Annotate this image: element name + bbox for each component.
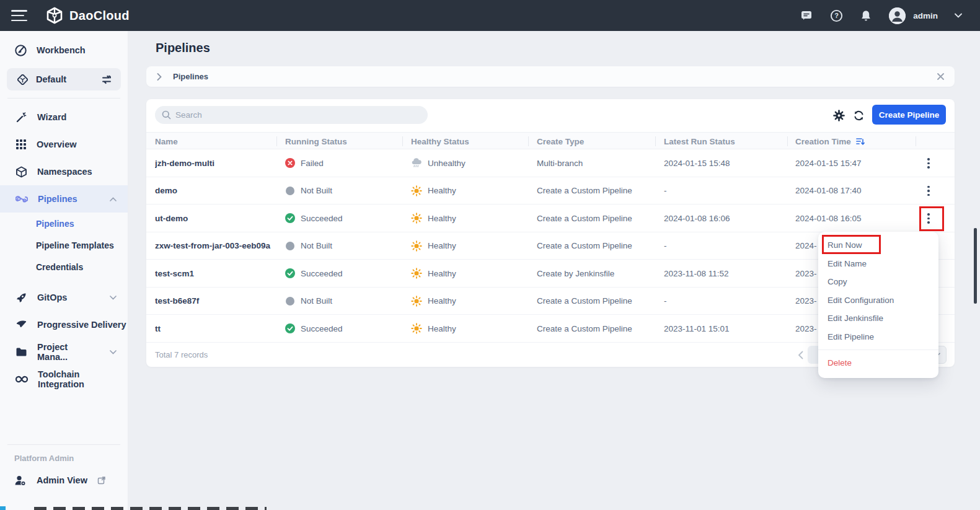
failed-icon [285,158,295,168]
pipeline-name-cell[interactable]: test-scm1 [155,260,276,288]
create-type-cell: Multi-branch [537,149,660,177]
chevron-down-icon[interactable] [110,350,117,354]
create-type-cell: Create a Custom Pipeline [537,288,660,315]
pipeline-name-cell[interactable]: jzh-demo-multi [155,149,276,177]
latest-run-status-cell: - [664,232,791,260]
menu-item-delete[interactable]: Delete [818,354,938,372]
column-header-name: Name [155,133,178,150]
sort-descending-icon[interactable] [856,138,865,146]
creation-time-cell: 2024-01-15 15:47 [795,149,910,177]
vertical-scrollbar-thumb[interactable] [974,228,977,304]
succeeded-icon [285,268,295,278]
pipeline-name-cell[interactable]: ut-demo [155,204,276,232]
sidebar-workbench[interactable]: Workbench [0,36,128,64]
user-menu-chevron-down-icon[interactable] [954,9,963,22]
chevron-down-icon[interactable] [110,296,117,300]
sidebar-item-progressive-delivery[interactable]: Progressive Delivery [0,311,128,338]
sidebar-item-pipelines[interactable]: Pipelines [0,185,128,213]
screen: DaoCloud ? admin Work [0,0,980,510]
create-type-cell: Create a Custom Pipeline [537,177,660,205]
sun-healthy-icon [411,323,422,334]
create-type-cell: Create a Custom Pipeline [537,232,660,260]
sidebar-item-admin-view[interactable]: Admin View [0,467,128,494]
sidebar-subitem-credentials[interactable]: Credentials [0,256,128,278]
total-records-label: Total 7 records [155,350,208,359]
pipeline-name-cell[interactable]: demo [155,177,276,205]
menu-item-edit-name[interactable]: Edit Name [818,255,938,273]
breadcrumb-item[interactable]: Pipelines [173,72,208,81]
latest-run-status-cell: - [664,288,791,315]
workspace-selector[interactable]: Default [7,68,121,90]
search-box [155,106,428,124]
latest-run-status-cell: - [664,177,791,205]
row-actions-kebab-icon[interactable] [919,177,938,205]
chat-icon[interactable] [800,9,813,22]
sidebar-item-label: Overview [37,139,77,149]
row-actions-kebab-icon[interactable] [919,149,938,177]
sidebar-subitem-pipeline-templates[interactable]: Pipeline Templates [0,234,128,256]
hamburger-menu-icon[interactable] [11,10,27,21]
admin-view-label: Admin View [37,475,87,485]
search-icon [162,110,171,120]
menu-item-copy[interactable]: Copy [818,273,938,291]
help-icon[interactable]: ? [829,9,843,22]
sidebar-divider [7,98,120,99]
brand-name: DaoCloud [69,9,130,23]
gitops-rocket-icon [15,292,27,304]
pipeline-name-cell[interactable]: tt [155,315,276,343]
settings-gear-icon[interactable] [832,108,845,122]
rain-cloud-unhealthy-icon [411,158,422,168]
sidebar-item-label: Project Mana... [37,342,100,362]
sidebar-item-label: Wizard [37,112,66,122]
menu-divider [818,350,938,350]
wizard-icon [15,112,27,123]
brand-logo: DaoCloud [46,7,130,24]
workspace-switch-icon[interactable] [101,75,112,84]
sidebar-subitem-label: Pipeline Templates [36,240,114,250]
infinity-icon [15,376,28,383]
menu-item-run-now[interactable]: Run Now [818,236,938,255]
menu-item-edit-pipeline[interactable]: Edit Pipeline [818,328,938,346]
sidebar-item-label: Namespaces [37,167,92,177]
sun-healthy-icon [411,268,422,279]
sidebar: Workbench Default Wizard Overview [0,31,128,510]
latest-run-status-cell: 2024-01-15 15:48 [664,149,791,177]
column-header-create-type: Create Type [537,133,584,150]
search-input[interactable] [175,110,411,120]
sidebar-item-gitops[interactable]: GitOps [0,284,128,311]
sidebar-item-toolchain-integration[interactable]: Toolchain Integration [0,366,128,393]
row-actions-kebab-icon[interactable] [919,204,938,232]
pipeline-name-cell[interactable]: test-b6e87f [155,288,276,315]
menu-item-edit-jenkinsfile[interactable]: Edit Jenkinsfile [818,309,938,328]
workbench-label: Workbench [37,45,86,55]
sidebar-item-wizard[interactable]: Wizard [0,103,128,131]
breadcrumb-close-icon[interactable] [937,73,945,81]
sidebar-item-label: Pipelines [38,194,77,204]
running-status-cell: Succeeded [285,315,406,343]
sidebar-item-project-management[interactable]: Project Mana... [0,338,128,366]
chevron-up-icon[interactable] [110,197,117,201]
running-status-cell: Not Built [285,288,406,315]
healthy-status-cell: Unhealthy [411,149,532,177]
sidebar-item-namespaces[interactable]: Namespaces [0,158,128,185]
sun-healthy-icon [411,240,422,252]
row-actions-context-menu: Run Now Edit Name Copy Edit Configuratio… [818,232,938,378]
user-avatar[interactable] [889,7,906,24]
sidebar-item-overview[interactable]: Overview [0,131,128,158]
folder-icon [15,347,27,357]
create-type-cell: Create by Jenkinsfile [537,260,660,288]
healthy-status-cell: Healthy [411,288,532,315]
workspace-icon [17,74,28,85]
create-pipeline-button[interactable]: Create Pipeline [872,105,946,125]
pipeline-name-cell[interactable]: zxw-test-from-jar-003-eeb09a [155,232,276,260]
refresh-icon[interactable] [852,108,865,122]
notification-bell-icon[interactable] [859,9,873,22]
column-header-healthy-status: Healthy Status [411,133,469,150]
healthy-status-cell: Healthy [411,260,532,288]
svg-text:?: ? [834,12,839,19]
pagination-prev-icon[interactable] [793,348,808,363]
sidebar-subitem-pipelines[interactable]: Pipelines [0,213,128,234]
menu-item-edit-configuration[interactable]: Edit Configuration [818,291,938,310]
page-title: Pipelines [156,41,210,55]
breadcrumb-chevron-right-icon[interactable] [157,73,162,81]
